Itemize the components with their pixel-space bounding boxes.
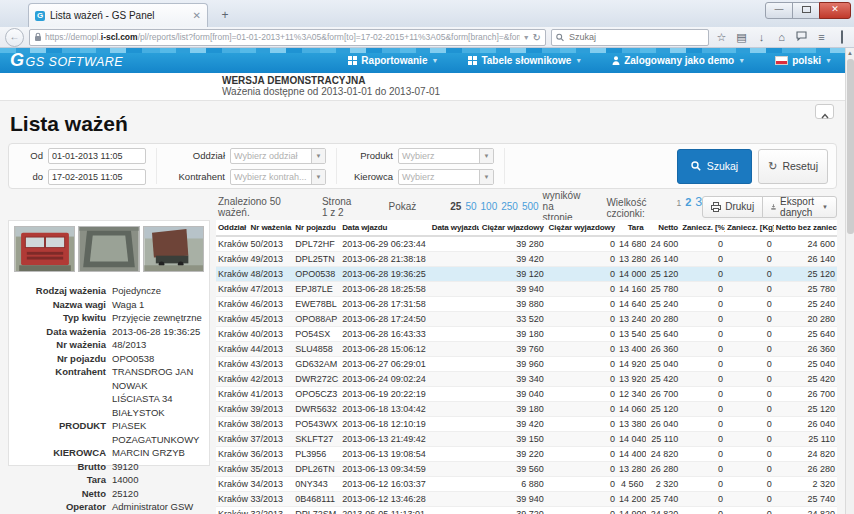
column-header[interactable]: Zaniecz. [Kg] — [725, 220, 774, 236]
print-button[interactable]: Drukuj — [702, 196, 763, 218]
column-header[interactable]: Ciężar wyjazdowy — [546, 220, 617, 236]
menu-icon[interactable]: ≡ — [814, 30, 829, 45]
home-icon[interactable]: ⌂ — [774, 30, 789, 45]
column-header[interactable]: Netto — [646, 220, 681, 236]
window-maximize-button[interactable] — [792, 2, 820, 19]
table-row[interactable]: Kraków38/2013PO543WX2013-06-18 12:10:193… — [216, 417, 837, 432]
page-size-50[interactable]: 50 — [465, 201, 476, 212]
window-close-button[interactable]: ✕ — [819, 2, 851, 19]
reload-icon[interactable]: ↻ — [533, 32, 541, 43]
table-cell: 0 — [546, 357, 617, 372]
table-row[interactable]: Kraków33/20130B4681112013-06-12 13:46:28… — [216, 492, 837, 507]
detail-field-label: Data ważenia — [14, 325, 106, 339]
column-header[interactable]: Ciężar wjazdowy — [479, 220, 546, 236]
table-cell: 0 — [725, 252, 774, 267]
date-to-input[interactable] — [48, 169, 146, 185]
table-cell: 0 — [680, 507, 725, 514]
bookmarks-icon[interactable]: ▤ — [734, 30, 749, 45]
table-row[interactable]: Kraków34/20130NY3432013-06-12 16:03:376 … — [216, 477, 837, 492]
truck-rear-photo[interactable] — [143, 226, 204, 272]
table-row[interactable]: Kraków32/2013DPL72SM2013-06-05 11:13:013… — [216, 507, 837, 514]
back-button[interactable]: ← — [5, 28, 24, 47]
collapse-filters-button[interactable] — [815, 104, 834, 119]
table-row[interactable]: Kraków42/2013DWR272C2013-06-24 09:02:243… — [216, 372, 837, 387]
reset-button[interactable]: ↻ Resetuj — [758, 149, 828, 184]
font-size-picker: Wielkość czcionki: 123 — [606, 195, 702, 219]
column-header[interactable]: Netto bez zaniecz. — [774, 220, 837, 236]
date-from-input[interactable] — [48, 148, 146, 164]
page-size-250[interactable]: 250 — [501, 201, 518, 212]
table-row[interactable]: Kraków48/2013OPO05382013-06-28 19:36:253… — [216, 267, 837, 282]
table-cell: 2 320 — [646, 477, 681, 492]
sidebar-icon[interactable] — [834, 30, 849, 45]
table-cell: Kraków — [216, 327, 249, 342]
detail-fields: Rodzaj ważeniaPojedynczeNazwa wagiWaga 1… — [14, 284, 204, 514]
column-header[interactable]: Zaniecz. [%] — [680, 220, 725, 236]
table-row[interactable]: Kraków45/2013OPO88AP2013-06-28 17:24:503… — [216, 312, 837, 327]
page-size-500[interactable]: 500 — [522, 201, 539, 212]
table-row[interactable]: Kraków43/2013GD632AM2013-06-27 06:29:013… — [216, 357, 837, 372]
column-header[interactable]: Nr ważenia — [249, 220, 294, 236]
table-cell: 25 120 — [774, 267, 837, 282]
table-cell: Kraków — [216, 507, 249, 514]
download-icon[interactable]: ↓ — [754, 30, 769, 45]
chevron-down-icon: ▼ — [825, 57, 832, 64]
bookmark-star-icon[interactable]: ☆ — [714, 30, 729, 45]
nav-item-tabele-slownikowe[interactable]: Tabele słownikowe▼ — [468, 55, 582, 66]
page-size-25[interactable]: 25 — [450, 201, 461, 212]
driver-select[interactable]: Wybierz▼ — [398, 169, 494, 185]
table-row[interactable]: Kraków36/2013PL39562013-06-13 19:08:5439… — [216, 447, 837, 462]
table-cell: 0 — [680, 477, 725, 492]
table-cell: 45/2013 — [249, 312, 294, 327]
column-header[interactable]: Data wyjazdu — [430, 220, 479, 236]
table-row[interactable]: Kraków35/2013DPL26TN2013-06-13 09:34:593… — [216, 462, 837, 477]
font-size-3[interactable]: 3 — [695, 195, 702, 209]
table-row[interactable]: Kraków49/2013DPL25TN2013-06-28 21:38:183… — [216, 252, 837, 267]
table-row[interactable]: Kraków46/2013EWE78BL2013-06-28 17:31:583… — [216, 297, 837, 312]
gs-software-logo[interactable]: GGS SOFTWARE — [10, 50, 123, 71]
font-size-1[interactable]: 1 — [676, 198, 681, 208]
table-cell: 25 780 — [774, 282, 837, 297]
nav-item-raportowanie[interactable]: Raportowanie▼ — [348, 55, 438, 66]
nav-item-zalogowany[interactable]: Zalogowany jako demo▼ — [612, 55, 745, 66]
printer-icon — [711, 202, 721, 212]
page-scrollbar[interactable]: ▲ — [845, 48, 854, 514]
tab-close-icon[interactable]: ✕ — [193, 10, 201, 21]
table-row[interactable]: Kraków41/2013OPO5CZ32013-06-19 20:22:193… — [216, 387, 837, 402]
table-row[interactable]: Kraków37/2013SKLFT272013-06-13 21:49:423… — [216, 432, 837, 447]
table-row[interactable]: Kraków44/2013SLU48582013-06-28 15:06:123… — [216, 342, 837, 357]
table-cell: 0 — [546, 327, 617, 342]
table-row[interactable]: Kraków40/2013PO54SX2013-06-28 16:43:3339… — [216, 327, 837, 342]
table-row[interactable]: Kraków39/2013DWR56322013-06-18 13:04:423… — [216, 402, 837, 417]
truck-front-photo[interactable] — [14, 226, 75, 272]
scroll-up-icon[interactable]: ▲ — [846, 48, 854, 58]
new-tab-button[interactable]: + — [214, 7, 236, 24]
trailer-bed-photo[interactable] — [78, 226, 139, 272]
flag-icon-poland — [775, 56, 788, 65]
font-size-2[interactable]: 2 — [685, 196, 691, 208]
contractor-select[interactable]: Wybierz kontrah...▼ — [230, 169, 326, 185]
show-label: Pokaż — [389, 201, 417, 212]
table-row[interactable]: Kraków47/2013EPJ87LE2013-06-28 18:25:583… — [216, 282, 837, 297]
column-header[interactable]: Oddział — [216, 220, 249, 236]
chat-icon[interactable] — [794, 30, 809, 45]
search-button[interactable]: Szukaj — [677, 149, 753, 184]
scrollbar-thumb[interactable] — [847, 59, 854, 234]
table-cell — [430, 236, 479, 252]
nav-item-jezyk[interactable]: polski▼ — [775, 55, 832, 66]
browser-search-input[interactable] — [567, 31, 704, 43]
url-dropdown-icon[interactable]: ▼ — [523, 34, 530, 41]
page-size-100[interactable]: 100 — [481, 201, 498, 212]
url-bar[interactable]: https://demopl.i-scl.com/pl/reports/list… — [29, 29, 546, 46]
table-row[interactable]: Kraków50/2013DPL72HF2013-06-29 06:23:443… — [216, 236, 837, 252]
table-cell: Kraków — [216, 342, 249, 357]
column-header[interactable]: Nr pojazdu — [293, 220, 340, 236]
window-minimize-button[interactable]: — — [765, 2, 793, 19]
column-header[interactable]: Data wjazdu — [340, 220, 430, 236]
export-button[interactable]: Eksport danych ▼ — [762, 196, 837, 218]
product-select[interactable]: Wybierz▼ — [398, 148, 494, 164]
branch-select[interactable]: Wybierz oddział▼ — [230, 148, 326, 164]
browser-tab[interactable]: G Lista ważeń - GS Panel ✕ — [28, 3, 208, 27]
column-header[interactable]: Tara — [617, 220, 646, 236]
browser-search-box[interactable] — [551, 29, 709, 46]
